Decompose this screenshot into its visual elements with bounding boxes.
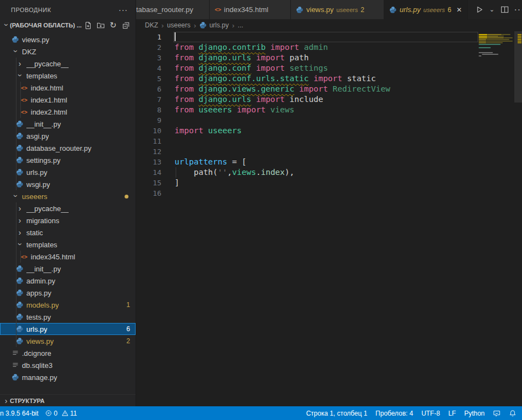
status-left: n 3.9.5 64-bit 0 11 [0, 410, 79, 417]
errors-icon [45, 410, 52, 417]
tree-folder--pycache-[interactable]: ›__pycache__ [0, 58, 136, 70]
tree-item-label: manage.py [22, 373, 57, 382]
outline-section-label: СТРУКТУРА [10, 398, 44, 404]
tree-item-label: migrations [26, 217, 59, 225]
python-icon [296, 6, 304, 14]
tree-file-asgi-py[interactable]: asgi.py [0, 130, 136, 142]
code-line-14: 14 path('',views.index), [136, 167, 522, 178]
workspace-section-label: (РАБОЧАЯ ОБЛАСТЬ) ... [10, 22, 82, 29]
code-line-13: 13urlpatterns = [ [136, 157, 522, 167]
tree-item-label: __init__.py [26, 265, 61, 273]
line-number: 7 [136, 94, 161, 105]
breadcrumb-item[interactable]: useeers [167, 21, 190, 29]
minimap-line-mark [479, 39, 486, 40]
run-dropdown-icon[interactable]: ⌄ [489, 5, 495, 15]
tree-file--init-py[interactable]: __init__.py [0, 263, 136, 275]
line-number: 11 [136, 136, 161, 146]
tree-file-tests-py[interactable]: tests.py [0, 311, 136, 323]
close-icon[interactable]: ✕ [456, 6, 462, 14]
tree-file--init-py[interactable]: __init__.py [0, 118, 136, 130]
tree-folder-templates[interactable]: ›templates [0, 70, 136, 82]
more-actions-icon[interactable]: ··· [514, 5, 522, 15]
tree-file-settings-py[interactable]: settings.py [0, 154, 136, 166]
tree-file-urls-py[interactable]: urls.py [0, 166, 136, 178]
tree-file-views-py[interactable]: views.py2 [0, 335, 136, 347]
tree-file-models-py[interactable]: models.py1 [0, 299, 136, 311]
html-icon: <> [21, 109, 27, 115]
breadcrumb-item[interactable]: DKZ [145, 21, 158, 29]
status-cursor-position[interactable]: Строка 1, столбец 1 [306, 410, 367, 417]
chevron-right-icon: › [16, 228, 24, 237]
collapse-all-icon[interactable] [121, 21, 130, 30]
status-language-mode[interactable]: Python [464, 410, 485, 417]
tree-file-urls-py[interactable]: urls.py6 [0, 323, 136, 335]
editor-actions: ⌄ ··· [468, 0, 522, 19]
problems-indicator[interactable]: 0 11 [45, 410, 79, 417]
tree-file-views-py[interactable]: views.py [0, 33, 136, 46]
tab-directory-hint: useeers [336, 7, 358, 13]
new-file-icon[interactable] [83, 21, 92, 30]
code-line-10: 10import useeers [136, 126, 522, 136]
tree-file-database-roouter-py[interactable]: database_roouter.py [0, 142, 136, 154]
tree-file-db-sqlite3[interactable]: db.sqlite3 [0, 359, 136, 371]
status-encoding[interactable]: UTF-8 [422, 410, 440, 417]
tree-folder--pycache-[interactable]: ›__pycache__ [0, 202, 136, 214]
split-editor-button[interactable] [499, 5, 509, 15]
chevron-right-icon: › [16, 204, 24, 213]
tab-index345-html[interactable]: <>index345.html [210, 0, 291, 19]
html-icon: <> [21, 85, 27, 91]
tree-file-wsgi-py[interactable]: wsgi.py [0, 178, 136, 190]
minimap[interactable] [479, 31, 514, 406]
feedback-icon[interactable] [493, 410, 501, 417]
breadcrumb-item[interactable]: urls.py [199, 21, 228, 29]
html-icon: <> [21, 97, 27, 103]
tree-folder-templates[interactable]: ›templates [0, 239, 136, 251]
tree-folder-static[interactable]: ›static [0, 226, 136, 239]
text-cursor [175, 32, 176, 41]
code-editor[interactable]: 12from django.contrib import admin3from … [136, 31, 522, 406]
new-folder-icon[interactable] [96, 21, 105, 30]
minimap-line-mark [479, 55, 481, 56]
status-right: Строка 1, столбец 1Пробелов: 4UTF-8LFPyt… [306, 410, 522, 417]
editor-scrollbar[interactable] [514, 31, 522, 406]
tree-folder-useeers[interactable]: ›useeers [0, 190, 136, 202]
python-interpreter[interactable]: n 3.9.5 64-bit [0, 410, 38, 417]
code-line-8: 8from useeers import views [136, 105, 522, 115]
overview-ruler-warning-mark [518, 41, 521, 42]
tree-file-apps-py[interactable]: apps.py [0, 287, 136, 299]
line-number: 16 [136, 188, 161, 198]
breadcrumb: DKZ›useeers›urls.py›... [136, 19, 522, 31]
code-line-4: 4from django.conf import settings [136, 63, 522, 73]
line-number: 13 [136, 157, 161, 167]
tree-file-admin-py[interactable]: admin.py [0, 275, 136, 287]
notifications-bell-icon[interactable] [509, 410, 517, 417]
code-line-2: 2from django.contrib import admin [136, 42, 522, 53]
minimap-line-mark [479, 36, 487, 37]
minimap-line-mark [487, 34, 502, 35]
tree-item-label: urls.py [26, 168, 47, 177]
warnings-count: 11 [70, 410, 77, 417]
explorer-more-icon[interactable]: ··· [119, 5, 128, 14]
folder-chevron: › [15, 71, 24, 80]
refresh-icon[interactable]: ↻ [109, 21, 117, 30]
chevron-down-icon: › [16, 71, 25, 79]
tab-views-py[interactable]: views.pyuseeers2 [291, 0, 384, 19]
code-line-12: 12 [136, 146, 522, 157]
status-indentation[interactable]: Пробелов: 4 [375, 410, 413, 417]
run-button[interactable] [474, 5, 484, 15]
status-eol-selector[interactable]: LF [448, 410, 456, 417]
tree-item-label: index2.html [31, 108, 67, 116]
workspace-section-header[interactable]: › (РАБОЧАЯ ОБЛАСТЬ) ... ↻ [0, 19, 136, 31]
code-lines: 12from django.contrib import admin3from … [136, 32, 522, 198]
tree-file--dcignore[interactable]: .dcignore [0, 347, 136, 359]
outline-section-header[interactable]: › СТРУКТУРА [0, 394, 136, 406]
breadcrumb-item[interactable]: ... [238, 21, 243, 29]
tab-urls-py[interactable]: urls.pyuseeers6✕ [384, 0, 468, 19]
tree-folder-migrations[interactable]: ›migrations [0, 214, 136, 226]
tab-tabase-roouter-py[interactable]: tabase_roouter.py [136, 0, 210, 19]
line-number: 5 [136, 73, 161, 84]
python-icon [16, 277, 24, 285]
tree-folder-dkz[interactable]: ›DKZ [0, 46, 136, 58]
folder-chevron: › [15, 240, 24, 249]
tree-file-manage-py[interactable]: manage.py [0, 371, 136, 383]
